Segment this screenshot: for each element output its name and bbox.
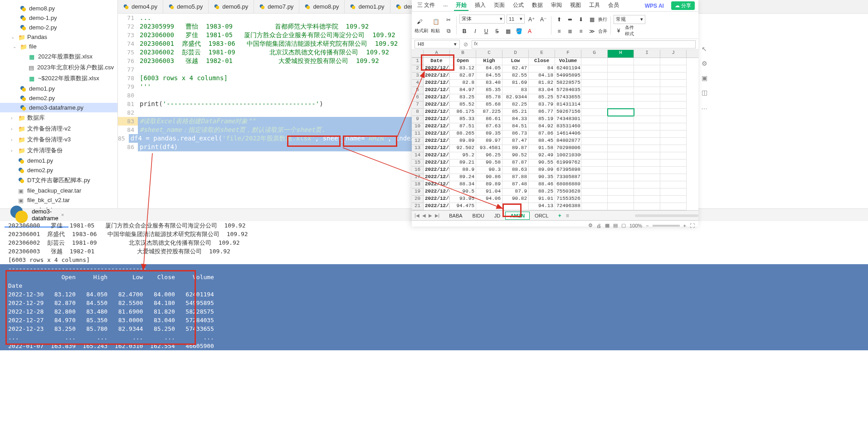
wps-cell[interactable] (660, 94, 687, 102)
wps-col-header[interactable]: F (555, 50, 581, 58)
wps-cell[interactable] (660, 123, 687, 131)
wps-cell[interactable]: 146144064 (555, 131, 581, 138)
styles-label[interactable]: 条件样式 (624, 26, 634, 36)
tree-item[interactable]: demo3-dataframe.py (0, 103, 117, 112)
wps-cell[interactable]: 2022/12/27 (424, 87, 450, 94)
wps-cell[interactable]: 90.86 (476, 174, 502, 181)
align-right-icon[interactable]: ≡ (576, 26, 586, 36)
wps-cell[interactable] (634, 167, 660, 174)
wps-cell[interactable] (634, 181, 660, 189)
wps-cell[interactable]: 87.9 (502, 189, 529, 196)
wps-cell[interactable]: 82.87 (450, 73, 476, 80)
wps-cell[interactable] (581, 145, 608, 152)
wps-cell[interactable] (660, 196, 687, 203)
wps-row-header[interactable]: 6 (412, 94, 424, 102)
wps-cell[interactable] (660, 116, 687, 123)
editor-tab[interactable]: demo5.py (163, 0, 209, 13)
wps-cell[interactable]: 83531460 (555, 123, 581, 131)
wps-cell[interactable]: 85.21 (502, 109, 529, 116)
fx-cancel-icon[interactable]: ⊘ (463, 41, 468, 48)
wps-cell[interactable] (634, 116, 660, 123)
rows-cols-icon[interactable]: ▦ (587, 15, 597, 24)
rail-more-icon[interactable]: … (700, 103, 708, 111)
code-line[interactable]: 75202306002 彭芸云 1981-09 北京汉杰凯德文化传播有限公司 1… (118, 48, 412, 57)
wps-col-header[interactable]: I (634, 50, 660, 58)
editor-tab[interactable]: demo8.py (299, 0, 345, 13)
wps-cell[interactable]: 94.13 (529, 203, 555, 210)
code-line[interactable]: 85df4 = pandas.read_excel('file/2022年股票数… (118, 134, 412, 143)
wps-cell[interactable]: 89.97 (476, 138, 502, 145)
font-size-select[interactable]: 11 ▾ (507, 15, 525, 24)
strike-icon[interactable]: S̶ (492, 26, 502, 36)
wps-cell[interactable]: 84.33 (502, 116, 529, 123)
wps-row-header[interactable]: 13 (412, 145, 424, 152)
wps-cell[interactable]: 86.73 (502, 131, 529, 138)
wps-cell[interactable]: 2022/12/28 (424, 80, 450, 87)
wps-row-header[interactable]: 11 (412, 131, 424, 138)
wps-cell[interactable] (608, 116, 634, 123)
wps-cell[interactable] (660, 203, 687, 210)
wps-row-header[interactable]: 12 (412, 138, 424, 145)
code-line[interactable]: 83#读取Excel表格创建DataFrame对象"" (118, 117, 412, 126)
code-line[interactable]: 79''' (118, 82, 412, 91)
tree-item[interactable]: ›📁文件备份清理-v3 (0, 134, 117, 145)
zoom-slider[interactable] (653, 225, 680, 227)
wps-cell[interactable] (581, 181, 608, 189)
tree-item[interactable]: ⌄📁Pandas (0, 32, 117, 42)
wps-cell[interactable]: 81.82 (529, 80, 555, 87)
wps-row-header[interactable]: 9 (412, 116, 424, 123)
wps-menu-item[interactable]: 插入 (473, 0, 488, 11)
wps-cell[interactable] (581, 167, 608, 174)
wps-cell[interactable] (608, 65, 634, 73)
wps-cell[interactable]: 89.24 (450, 174, 476, 181)
wps-cell[interactable] (660, 152, 687, 160)
wps-cell[interactable] (634, 65, 660, 73)
wps-cell[interactable]: 86.77 (529, 109, 555, 116)
wps-cell[interactable] (660, 73, 687, 80)
wps-cell[interactable]: 90.55 (529, 160, 555, 167)
wps-cell[interactable] (581, 174, 608, 181)
format-painter-icon[interactable]: 🖌 (414, 17, 424, 27)
wps-row-header[interactable]: 8 (412, 109, 424, 116)
wps-cell[interactable] (608, 138, 634, 145)
wps-cell[interactable]: 2022/12/13 (424, 152, 450, 160)
wps-cell[interactable]: 2022/12/22 (424, 102, 450, 109)
tree-item[interactable]: demo1.py (0, 84, 117, 93)
align-middle-icon[interactable]: ⬌ (565, 15, 575, 24)
wps-cell[interactable] (608, 167, 634, 174)
borders-icon[interactable]: ▦ (503, 26, 513, 36)
wps-cell[interactable] (660, 160, 687, 167)
wps-cell[interactable] (634, 160, 660, 167)
wps-cell[interactable]: 96.25 (476, 152, 502, 160)
wps-menu-item[interactable]: 数据 (530, 0, 545, 11)
wps-cell[interactable]: 84.55 (476, 73, 502, 80)
code-editor[interactable]: 71...72202305999 曹怡 1983-09 首都师范大学科德学院 1… (118, 14, 412, 208)
cut-icon[interactable]: ✂ (444, 15, 454, 25)
wps-cell[interactable]: 84.18 (529, 73, 555, 80)
wps-cell[interactable] (581, 94, 608, 102)
wps-cell[interactable] (608, 160, 634, 167)
wps-cell[interactable] (581, 123, 608, 131)
wps-cell[interactable] (634, 189, 660, 196)
wps-cell[interactable] (581, 73, 608, 80)
wps-cell[interactable]: 67395898 (555, 167, 581, 174)
wps-cell[interactable]: 88.63 (502, 167, 529, 174)
wps-row-header[interactable]: 15 (412, 160, 424, 167)
wps-cell[interactable]: 87.225 (476, 109, 502, 116)
wps-cell[interactable] (581, 131, 608, 138)
wps-row-header[interactable]: 2 (412, 65, 424, 73)
wps-cell[interactable] (608, 109, 634, 116)
wps-cell[interactable] (608, 73, 634, 80)
wps-row-header[interactable]: 17 (412, 174, 424, 181)
wps-cell[interactable] (634, 73, 660, 80)
wps-cell[interactable]: 87.63 (476, 123, 502, 131)
prev-sheet-icon[interactable]: ◀ (421, 213, 427, 218)
align-center-icon[interactable]: ≣ (565, 26, 575, 36)
rail-select-icon[interactable]: ↖ (700, 45, 708, 53)
tree-item[interactable]: ▦2022年股票数据.xlsx (0, 51, 117, 62)
wps-cell[interactable] (634, 145, 660, 152)
code-line[interactable]: 73202306000 罗佳 1981-05 厦门方胜众合企业服务有限公司海淀分… (118, 31, 412, 39)
wps-cell[interactable]: 89.89 (450, 138, 476, 145)
align-left-icon[interactable]: ≡ (554, 26, 564, 36)
wps-row-header[interactable]: 18 (412, 181, 424, 189)
